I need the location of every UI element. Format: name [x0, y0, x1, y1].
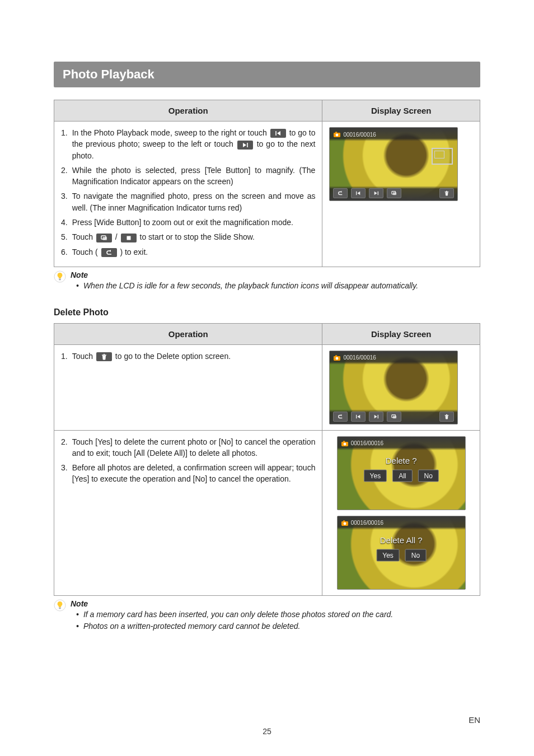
- slideshow-stop-icon: [121, 234, 137, 242]
- note-line: If a memory card has been inserted, you …: [83, 609, 393, 620]
- delete-question: Delete ?: [364, 455, 439, 465]
- step-1: Touch to go to the Delete option screen.: [61, 351, 315, 362]
- prev-photo-icon: [270, 129, 286, 138]
- step-5: Touch / to start or to stop the Slide Sh…: [61, 231, 315, 242]
- note-block-2: Note •If a memory card has been inserted…: [54, 599, 480, 632]
- bulb-icon: [54, 270, 66, 283]
- delete-all-question: Delete All ?: [376, 535, 426, 544]
- delete-screenshot-1: 00016/00016: [329, 351, 458, 424]
- col-operation: Operation: [54, 100, 322, 122]
- delete-all-dialog: Delete All ? Yes No: [376, 535, 426, 561]
- yes-button[interactable]: Yes: [376, 549, 400, 561]
- operation-cell: Touch [Yes] to delete the current photo …: [54, 430, 322, 595]
- bar-prev-button[interactable]: [351, 188, 366, 198]
- note-title: Note: [71, 270, 480, 279]
- step-1: In the Photo Playback mode, sweep to the…: [61, 127, 315, 161]
- bar-return-button[interactable]: [333, 412, 348, 422]
- step-3: To navigate the magnified photo, press o…: [61, 190, 315, 213]
- col-operation: Operation: [54, 323, 322, 344]
- bulb-icon: [54, 599, 66, 612]
- note-title: Note: [71, 599, 480, 608]
- delete-photo-heading: Delete Photo: [54, 307, 480, 318]
- bar-return-button[interactable]: [333, 188, 348, 198]
- camera-icon: [341, 519, 349, 527]
- photo-counter: 00016/00016: [351, 520, 383, 526]
- next-photo-icon: [237, 141, 253, 150]
- camera-icon: [341, 440, 349, 447]
- camera-icon: [333, 130, 341, 138]
- delete-dialog: Delete ? Yes All No: [364, 455, 439, 482]
- operation-cell: Touch to go to the Delete option screen.: [54, 344, 322, 430]
- col-display: Display Screen: [322, 100, 480, 122]
- yes-button[interactable]: Yes: [364, 469, 387, 482]
- page-number: 25: [0, 727, 534, 736]
- note-block-1: Note •When the LCD is idle for a few sec…: [54, 270, 480, 292]
- camera-icon: [333, 354, 341, 362]
- playback-screenshot: 00016/00016: [329, 127, 458, 201]
- step-6: Touch ( ) to exit.: [61, 246, 315, 258]
- no-button[interactable]: No: [418, 469, 438, 482]
- display-cell: 00016/00016: [322, 344, 480, 430]
- note-line: Photos on a written-protected memory car…: [83, 621, 301, 632]
- photo-playback-table: Operation Display Screen In the Photo Pl…: [54, 100, 480, 267]
- bar-slideshow-button[interactable]: [387, 188, 401, 198]
- slideshow-start-icon: [96, 234, 112, 242]
- return-icon: [101, 248, 117, 257]
- delete-screenshot-2: 00016/00016 Delete ? Yes All No: [337, 436, 466, 510]
- language-mark: EN: [469, 715, 480, 725]
- step-3: Before all photos are deleted, a confirm…: [61, 462, 315, 485]
- bar-prev-button[interactable]: [351, 412, 366, 422]
- delete-screenshot-3: 00016/00016 Delete All ? Yes No: [337, 516, 466, 590]
- display-cell: 00016/00016: [322, 122, 480, 267]
- bar-trash-button[interactable]: [439, 412, 454, 422]
- section-header: Photo Playback: [54, 62, 480, 87]
- all-button[interactable]: All: [392, 469, 412, 482]
- bar-next-button[interactable]: [369, 412, 383, 422]
- bar-slideshow-button[interactable]: [387, 412, 401, 422]
- step-4: Press [Wide Button] to zoom out or exit …: [61, 217, 315, 228]
- display-cell: 00016/00016 Delete ? Yes All No: [322, 430, 480, 595]
- step-2: Touch [Yes] to delete the current photo …: [61, 436, 315, 459]
- trash-icon: [96, 352, 112, 361]
- col-display: Display Screen: [322, 323, 480, 344]
- magnification-indicator: [432, 148, 453, 165]
- bar-trash-button[interactable]: [439, 188, 454, 198]
- no-button[interactable]: No: [405, 549, 426, 561]
- playback-bar: [330, 186, 457, 200]
- photo-counter: 00016/00016: [343, 354, 376, 361]
- bar-next-button[interactable]: [369, 188, 383, 198]
- playback-bar: [330, 409, 457, 424]
- photo-counter: 00016/00016: [343, 132, 376, 138]
- operation-cell: In the Photo Playback mode, sweep to the…: [54, 122, 322, 267]
- note-line: When the LCD is idle for a few seconds, …: [83, 281, 418, 292]
- photo-counter: 00016/00016: [351, 440, 383, 446]
- delete-photo-table: Operation Display Screen Touch to go to …: [54, 323, 480, 596]
- step-2: While the photo is selected, press [Tele…: [61, 165, 315, 188]
